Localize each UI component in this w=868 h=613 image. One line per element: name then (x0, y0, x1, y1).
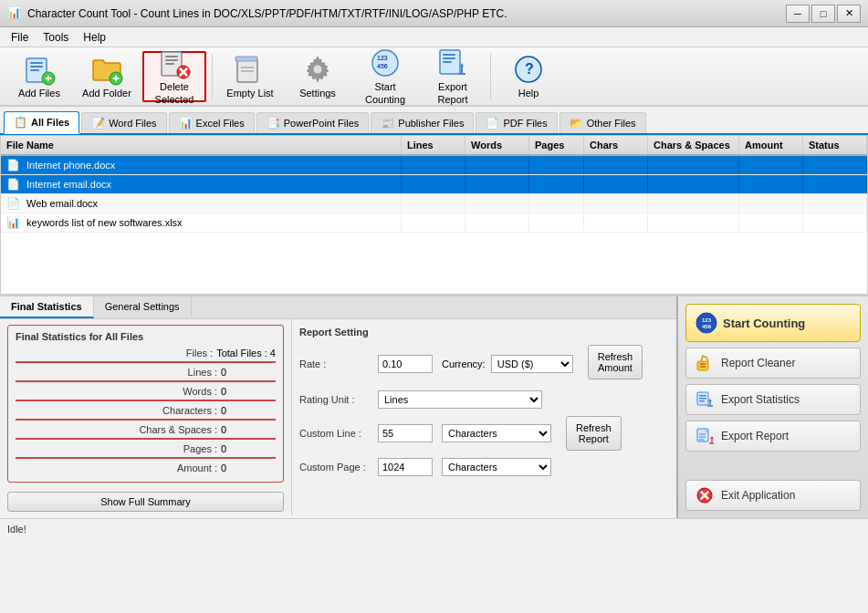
svg-rect-9 (115, 75, 117, 81)
help-button[interactable]: ? Help (497, 51, 560, 102)
empty-list-icon (234, 53, 267, 86)
toolbar-separator-2 (490, 54, 491, 99)
svg-point-34 (696, 313, 716, 333)
help-label: Help (518, 88, 539, 99)
maximize-button[interactable]: □ (811, 5, 835, 23)
file-name-cell: 📄 Internet phone.docx (1, 156, 402, 174)
svg-rect-11 (165, 56, 178, 57)
svg-rect-29 (443, 61, 452, 63)
add-folder-icon (90, 53, 123, 86)
tab-powerpoint-files[interactable]: 📑 PowerPoint Files (256, 112, 370, 133)
svg-text:123: 123 (377, 55, 388, 61)
export-report-label: Export Report (424, 81, 482, 105)
delete-selected-icon (158, 47, 191, 79)
tab-all-files-label: All Files (31, 117, 69, 128)
custom-line-input[interactable] (378, 424, 433, 442)
stats-panel: Final Statistics for All Files Files : T… (0, 319, 292, 515)
col-amount: Amount (739, 136, 803, 154)
help-icon: ? (512, 53, 545, 86)
start-counting-button[interactable]: 123 456 Start Counting (353, 51, 417, 102)
svg-rect-6 (47, 75, 49, 81)
add-files-button[interactable]: Add Files (7, 51, 71, 102)
file-name-cell: 📄 Internet email.docx (1, 175, 402, 193)
tab-general-settings[interactable]: General Settings (94, 296, 192, 318)
rating-unit-select[interactable]: Lines Words Characters Pages (378, 390, 542, 409)
svg-rect-20 (235, 57, 257, 61)
export-statistics-icon (695, 390, 714, 409)
stat-amount: Amount : 0 (16, 462, 276, 473)
report-cleaner-button[interactable]: Report Cleaner (685, 348, 861, 379)
stats-group-title: Final Statistics for All Files (16, 331, 276, 342)
add-files-label: Add Files (18, 88, 60, 99)
close-button[interactable]: ✕ (837, 5, 861, 23)
right-panel: 123 456 Start Counting Report Cleaner (676, 296, 868, 518)
export-report-button[interactable]: Export Report (421, 51, 485, 102)
rating-unit-row: Rating Unit : Lines Words Characters Pag… (299, 390, 669, 409)
col-filename: File Name (1, 136, 402, 154)
menu-help[interactable]: Help (76, 29, 113, 46)
svg-rect-13 (165, 63, 174, 65)
show-full-summary-button[interactable]: Show Full Summary (7, 492, 284, 512)
rate-input[interactable] (378, 355, 433, 373)
settings-label: Settings (299, 88, 336, 99)
tab-excel-files[interactable]: 📊 Excel Files (169, 112, 255, 133)
stat-lines: Lines : 0 (16, 367, 276, 378)
tab-word-files[interactable]: 📝 Word Files (81, 112, 166, 133)
start-counting-icon: 123 456 (369, 47, 402, 79)
minimize-button[interactable]: ─ (786, 5, 810, 23)
currency-select[interactable]: USD ($) EUR (€) GBP (£) (491, 355, 573, 373)
export-statistics-button[interactable]: Export Statistics (685, 384, 861, 415)
menu-bar: File Tools Help (0, 27, 868, 47)
report-setting-title: Report Setting (299, 327, 669, 338)
empty-list-button[interactable]: Empty List (218, 51, 282, 102)
start-counting-right-icon: 123 456 (695, 312, 717, 334)
export-report-right-label: Export Report (721, 430, 789, 442)
rate-row: Rate : Currency: USD ($) EUR (€) GBP (£)… (299, 345, 669, 383)
stat-pages: Pages : 0 (16, 443, 276, 454)
col-pages: Pages (529, 136, 584, 154)
tab-other-files[interactable]: 📂 Other Files (559, 112, 646, 133)
col-words: Words (465, 136, 529, 154)
table-row[interactable]: 📄 Internet phone.docx (1, 156, 867, 175)
table-row[interactable]: 📄 Internet email.docx (1, 175, 867, 194)
table-row[interactable]: 📊 keywords list of new softwares.xlsx (1, 213, 867, 233)
tab-final-statistics[interactable]: Final Statistics (0, 296, 94, 318)
toolbar: Add Files Add Folder Delete Sel (0, 47, 868, 107)
svg-rect-1 (30, 62, 43, 64)
refresh-amount-button[interactable]: RefreshAmount (588, 345, 643, 379)
stat-files: Files : Total Files : 4 (16, 348, 276, 358)
empty-list-label: Empty List (226, 88, 273, 99)
custom-page-unit-select[interactable]: Characters Words Lines (442, 458, 551, 476)
report-cleaner-icon (695, 354, 714, 372)
left-panel: Final Statistics General Settings Final … (0, 296, 676, 518)
export-report-right-button[interactable]: Export Report (685, 421, 861, 452)
tab-pdf-files[interactable]: 📄 PDF Files (476, 112, 557, 133)
title-bar: 📊 Character Count Tool - Count Lines in … (0, 0, 868, 27)
add-files-icon (23, 53, 56, 86)
start-counting-right-button[interactable]: 123 456 Start Counting (685, 304, 861, 342)
export-report-right-icon (695, 427, 714, 445)
settings-button[interactable]: Settings (286, 51, 350, 102)
menu-tools[interactable]: Tools (36, 29, 76, 46)
tab-publisher-files[interactable]: 📰 Publisher Files (371, 112, 474, 133)
refresh-report-button[interactable]: RefreshReport (566, 416, 622, 451)
export-report-icon (436, 47, 469, 79)
custom-page-input[interactable] (378, 458, 433, 476)
delete-selected-label: Delete Selected (146, 81, 203, 105)
exit-application-button[interactable]: Exit Application (685, 480, 861, 511)
currency-label: Currency: (442, 358, 486, 369)
menu-file[interactable]: File (4, 29, 36, 46)
title-text: Character Count Tool - Count Lines in DO… (27, 7, 786, 20)
status-bar: Idle! (0, 518, 868, 538)
svg-rect-12 (165, 59, 178, 61)
svg-text:?: ? (525, 61, 534, 77)
svg-rect-17 (237, 58, 257, 82)
add-folder-button[interactable]: Add Folder (75, 51, 139, 102)
delete-selected-button[interactable]: Delete Selected (142, 51, 206, 102)
svg-rect-27 (443, 54, 455, 56)
custom-line-unit-select[interactable]: Characters Words Lines (442, 424, 551, 442)
table-row[interactable]: 📄 Web email.docx (1, 194, 867, 213)
svg-text:123: 123 (702, 317, 712, 323)
tab-all-files[interactable]: 📋 All Files (4, 111, 79, 134)
file-list: File Name Lines Words Pages Chars Chars … (0, 135, 868, 295)
